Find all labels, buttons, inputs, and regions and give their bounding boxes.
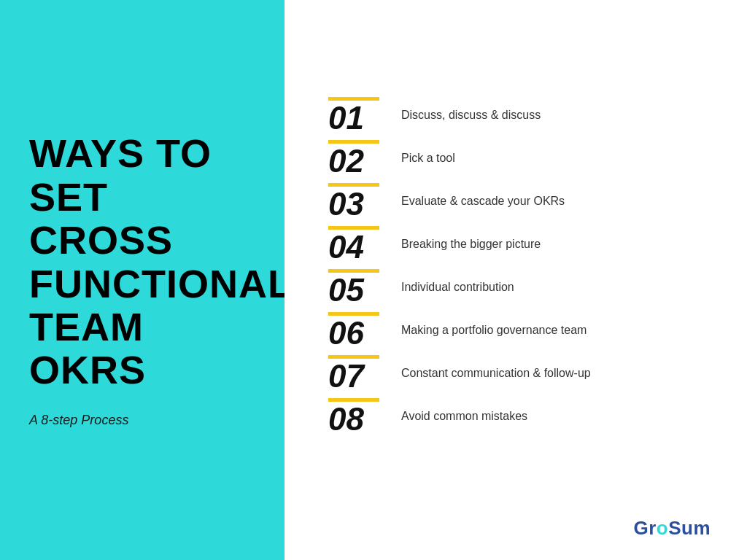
- logo-prefix: Gr: [633, 517, 656, 539]
- step-number-block: 01: [328, 97, 387, 134]
- step-label: Individual contribution: [401, 281, 514, 294]
- step-item: 05 Individual contribution: [328, 266, 718, 309]
- step-number: 01: [328, 102, 364, 134]
- step-label: Constant communication & follow-up: [401, 367, 591, 380]
- step-number: 04: [328, 231, 364, 263]
- step-item: 02 Pick a tool: [328, 137, 718, 180]
- logo-suffix: Sum: [668, 517, 711, 539]
- step-number: 06: [328, 317, 364, 349]
- step-number-block: 06: [328, 312, 387, 349]
- step-item: 04 Breaking the bigger picture: [328, 223, 718, 266]
- step-number: 02: [328, 145, 364, 177]
- step-label: Pick a tool: [401, 152, 455, 165]
- step-number: 05: [328, 274, 364, 306]
- step-number-block: 07: [328, 355, 387, 392]
- main-title: WAYS TO SET CROSS FUNCTIONAL TEAM OKRS: [29, 132, 255, 392]
- step-number: 03: [328, 188, 364, 220]
- logo-area: GroSum: [328, 517, 718, 545]
- step-number: 07: [328, 360, 364, 392]
- left-panel: WAYS TO SET CROSS FUNCTIONAL TEAM OKRS A…: [0, 0, 285, 560]
- step-number-block: 03: [328, 183, 387, 220]
- step-item: 03 Evaluate & cascade your OKRs: [328, 180, 718, 223]
- logo-o: o: [657, 517, 668, 539]
- step-item: 07 Constant communication & follow-up: [328, 352, 718, 395]
- step-number-block: 05: [328, 269, 387, 306]
- step-number-block: 04: [328, 226, 387, 263]
- step-number: 08: [328, 403, 364, 435]
- subtitle: A 8-step Process: [29, 413, 255, 428]
- step-label: Evaluate & cascade your OKRs: [401, 195, 565, 208]
- step-label: Avoid common mistakes: [401, 410, 527, 423]
- step-item: 08 Avoid common mistakes: [328, 395, 718, 438]
- right-panel: 01 Discuss, discuss & discuss 02 Pick a …: [285, 0, 747, 560]
- logo-text: GroSum: [633, 517, 711, 540]
- step-number-block: 08: [328, 398, 387, 435]
- step-label: Making a portfolio governance team: [401, 324, 587, 337]
- step-item: 01 Discuss, discuss & discuss: [328, 94, 718, 137]
- step-label: Discuss, discuss & discuss: [401, 109, 541, 122]
- step-item: 06 Making a portfolio governance team: [328, 309, 718, 352]
- step-label: Breaking the bigger picture: [401, 238, 541, 251]
- steps-list: 01 Discuss, discuss & discuss 02 Pick a …: [328, 15, 718, 517]
- step-number-block: 02: [328, 140, 387, 177]
